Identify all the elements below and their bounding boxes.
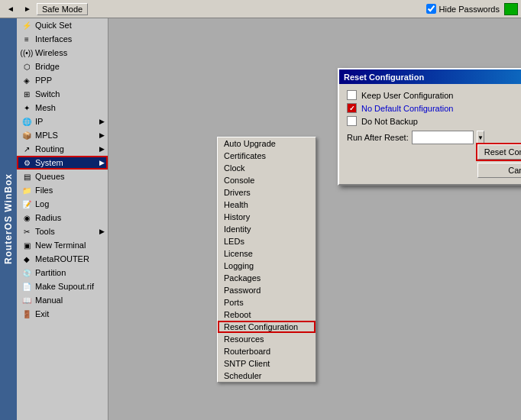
sidebar-item-new-terminal[interactable]: ▣ New Terminal: [17, 238, 108, 252]
quick-set-icon: ⚡: [21, 20, 32, 31]
toolbar: ◄ ► Safe Mode Hide Passwords: [0, 0, 521, 18]
sidebar-item-label: MetaROUTER: [35, 254, 89, 263]
sidebar-item-ppp[interactable]: ◈ PPP: [17, 73, 108, 87]
sidebar-item-routing[interactable]: ↗ Routing ▶: [17, 142, 108, 156]
files-icon: 📁: [21, 185, 32, 195]
ip-icon: 🌐: [21, 116, 32, 127]
forward-button[interactable]: ►: [20, 2, 35, 16]
sidebar-item-ip[interactable]: 🌐 IP ▶: [17, 115, 108, 128]
supout-icon: 📄: [21, 281, 32, 292]
sidebar-item-queues[interactable]: ▤ Queues: [17, 170, 108, 183]
no-default-config-label: No Default Configuration: [361, 104, 453, 113]
submenu-item-leds[interactable]: LEDs: [218, 235, 316, 247]
left-menu: ⚡ Quick Set ≡ Interfaces ((•)) Wireless …: [17, 18, 108, 420]
system-submenu: Auto Upgrade Certificates Clock Console …: [217, 137, 316, 383]
arrow-icon: ▶: [99, 159, 105, 166]
routing-icon: ↗: [21, 144, 32, 154]
do-not-backup-label: Do Not Backup: [361, 117, 418, 126]
submenu-item-packages[interactable]: Packages: [218, 272, 316, 284]
sidebar-item-label: Exit: [35, 309, 49, 318]
arrow-icon: ▶: [99, 228, 105, 235]
sidebar-item-label: Interfaces: [35, 34, 72, 44]
dialog-buttons: Reset Configuration Cancel: [477, 144, 521, 178]
sidebar-item-label: Queues: [35, 172, 65, 181]
ppp-icon: ◈: [21, 75, 32, 86]
queues-icon: ▤: [21, 171, 32, 182]
submenu-item-drivers[interactable]: Drivers: [218, 186, 316, 199]
status-indicator: [504, 3, 518, 15]
sidebar-item-manual[interactable]: 📖 Manual: [17, 293, 108, 307]
keep-user-config-checkbox[interactable]: [347, 90, 357, 100]
submenu-item-clock[interactable]: Clock: [218, 162, 316, 174]
submenu-item-history[interactable]: History: [218, 211, 316, 223]
bridge-icon: ⬡: [21, 61, 32, 72]
sidebar-item-mpls[interactable]: 📦 MPLS ▶: [17, 128, 108, 142]
submenu-item-identity[interactable]: Identity: [218, 223, 316, 235]
sidebar-item-interfaces[interactable]: ≡ Interfaces: [17, 32, 108, 46]
sidebar-item-label: Wireless: [35, 48, 67, 57]
submenu-item-sntp-client[interactable]: SNTP Client: [218, 357, 316, 370]
submenu-item-routerboard[interactable]: Routerboard: [218, 345, 316, 357]
dialog-titlebar: Reset Configuration _ ✕: [339, 69, 521, 84]
sidebar-item-bridge[interactable]: ⬡ Bridge: [17, 60, 108, 73]
keep-user-config-row: Keep User Configuration: [347, 90, 484, 100]
sidebar-item-log[interactable]: 📝 Log: [17, 197, 108, 211]
run-after-reset-input[interactable]: [412, 131, 474, 144]
mesh-icon: ✦: [21, 102, 32, 113]
arrow-icon: ▶: [99, 145, 105, 153]
submenu-item-certificates[interactable]: Certificates: [218, 150, 316, 162]
exit-icon: 🚪: [21, 309, 32, 319]
sidebar-item-label: Quick Set: [35, 21, 72, 30]
sidebar-item-tools[interactable]: ✂ Tools ▶: [17, 225, 108, 238]
submenu-item-auto-upgrade[interactable]: Auto Upgrade: [218, 137, 316, 150]
submenu-item-reboot[interactable]: Reboot: [218, 309, 316, 321]
sidebar-item-radius[interactable]: ◉ Radius: [17, 211, 108, 225]
submenu-item-license[interactable]: License: [218, 247, 316, 260]
no-default-config-checkbox[interactable]: [347, 103, 357, 113]
sidebar-item-system[interactable]: ⚙ System ▶: [17, 156, 108, 170]
hide-passwords-label: Hide Passwords: [439, 5, 500, 14]
submenu-item-console[interactable]: Console: [218, 174, 316, 186]
checkboxes-section: Keep User Configuration No Default Confi…: [347, 90, 484, 144]
sidebar-item-make-supout[interactable]: 📄 Make Supout.rif: [17, 279, 108, 293]
main-area: RouterOS WinBox ⚡ Quick Set ≡ Interfaces…: [0, 18, 521, 420]
do-not-backup-checkbox[interactable]: [347, 116, 357, 126]
metarouter-icon: ◆: [21, 254, 32, 264]
submenu-item-reset-configuration[interactable]: Reset Configuration: [218, 321, 316, 333]
sidebar-item-label: Tools: [35, 227, 55, 236]
sidebar-item-wireless[interactable]: ((•)) Wireless: [17, 46, 108, 60]
sidebar-item-exit[interactable]: 🚪 Exit: [17, 307, 108, 321]
sidebar-item-label: Switch: [35, 89, 60, 99]
content-area: Auto Upgrade Certificates Clock Console …: [108, 18, 521, 420]
sidebar-item-switch[interactable]: ⊞ Switch: [17, 87, 108, 101]
submenu-item-scheduler[interactable]: Scheduler: [218, 370, 316, 382]
sidebar-item-label: IP: [35, 117, 43, 126]
hide-passwords-checkbox[interactable]: [426, 4, 436, 14]
interfaces-icon: ≡: [21, 34, 32, 44]
safe-mode-button[interactable]: Safe Mode: [37, 3, 88, 15]
reset-configuration-dialog: Reset Configuration _ ✕ Keep User Config…: [338, 68, 521, 186]
wireless-icon: ((•)): [21, 47, 32, 58]
submenu-item-logging[interactable]: Logging: [218, 260, 316, 272]
submenu-item-ports[interactable]: Ports: [218, 296, 316, 309]
sidebar-item-files[interactable]: 📁 Files: [17, 183, 108, 197]
sidebar-item-label: New Terminal: [35, 241, 86, 250]
hide-passwords-container: Hide Passwords: [426, 4, 500, 14]
sidebar-item-quick-set[interactable]: ⚡ Quick Set: [17, 18, 108, 32]
back-button[interactable]: ◄: [3, 2, 18, 16]
sidebar-item-label: Partition: [35, 268, 66, 277]
sidebar-item-metarouter[interactable]: ◆ MetaROUTER: [17, 252, 108, 266]
sidebar-item-partition[interactable]: 💿 Partition: [17, 266, 108, 279]
system-icon: ⚙: [21, 157, 32, 168]
radius-icon: ◉: [21, 212, 32, 223]
sidebar-item-mesh[interactable]: ✦ Mesh: [17, 101, 108, 115]
submenu-item-health[interactable]: Health: [218, 199, 316, 211]
submenu-item-resources[interactable]: Resources: [218, 333, 316, 345]
sidebar-item-label: MPLS: [35, 131, 58, 140]
submenu-item-password[interactable]: Password: [218, 284, 316, 296]
cancel-button[interactable]: Cancel: [477, 163, 521, 178]
sidebar-item-label: Files: [35, 186, 53, 195]
run-after-dropdown-button[interactable]: ▼: [477, 131, 484, 144]
reset-configuration-button[interactable]: Reset Configuration: [477, 144, 521, 160]
do-not-backup-row: Do Not Backup: [347, 116, 484, 126]
